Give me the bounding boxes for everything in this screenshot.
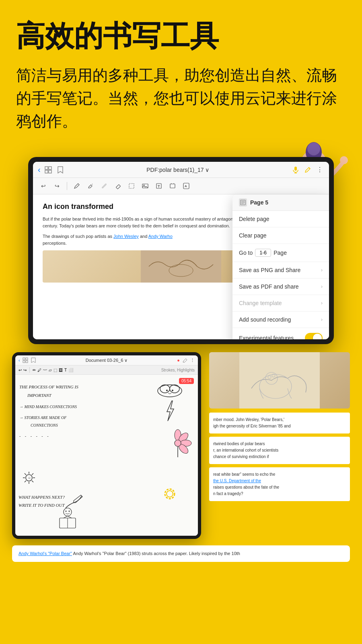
change-template-item[interactable]: Change template ›: [232, 295, 329, 312]
tablet-area: ‹ PDF:polar bears(1)_17 ∨ ⋮ ↩: [0, 157, 362, 344]
small-grid-icon[interactable]: [23, 357, 28, 363]
svg-text:A: A: [185, 184, 187, 188]
svg-rect-39: [23, 361, 25, 363]
bottom-text: Andy Warhol's "Polar Bear" Andy Warhol's…: [19, 550, 343, 557]
save-pdf-item[interactable]: Save as PDF and share ›: [232, 279, 329, 295]
john-wesley-link[interactable]: John Wesley: [113, 234, 139, 239]
lightning-sketch: [164, 399, 176, 425]
right-doc-area: mber mood. John Wesley, 'Polar Bears,' i…: [209, 352, 350, 539]
small-select-tool[interactable]: ⬚: [53, 368, 57, 372]
content-area: An icon transformed But if the polar bea…: [33, 194, 329, 339]
andy-warhol-link[interactable]: Andy Warhol's "Polar Bear": [19, 551, 72, 556]
small-tools-bar: ↩ ↪ ✏ 🖊 〰 ▱ ⬚ 🖼 T ⬜ Strokes, Highlights: [15, 365, 198, 375]
svg-rect-40: [26, 361, 28, 363]
select-tool[interactable]: [126, 180, 137, 192]
add-sound-label: Add sound recording: [239, 316, 291, 323]
right-doc-body3d: n fact a tragedy?: [213, 491, 243, 496]
lower-section: ‹ Document 03-26_6 ∨ ● ⋮ ↩ ↪ ✏: [0, 352, 362, 539]
svg-point-54: [166, 390, 168, 391]
pencil-tool[interactable]: [85, 180, 96, 192]
small-text-tool[interactable]: T: [64, 368, 67, 372]
more-icon[interactable]: ⋮: [315, 165, 324, 174]
grid-icon[interactable]: [44, 165, 53, 174]
svg-point-64: [64, 508, 72, 516]
small-tablet: ‹ Document 03-26_6 ∨ ● ⋮ ↩ ↪ ✏: [12, 352, 201, 539]
svg-text:☺: ☺: [28, 476, 31, 480]
mic-icon[interactable]: [291, 165, 300, 174]
toggle-thumb: [313, 334, 322, 339]
hw-line-3: → MIND MAKES CONNECTIONS: [19, 403, 78, 411]
svg-rect-15: [45, 167, 48, 169]
image-tool[interactable]: [140, 180, 151, 192]
svg-rect-22: [116, 185, 120, 189]
hw-line-2: IMPORTANT: [27, 391, 78, 400]
svg-rect-16: [49, 167, 51, 169]
bookmark-icon[interactable]: [56, 165, 65, 174]
pen-edit-icon[interactable]: [303, 165, 312, 174]
small-undo[interactable]: ↩: [19, 368, 22, 372]
right-doc-text3: reat white bear" seems to echo the the U…: [209, 467, 350, 501]
clear-page-item[interactable]: Clear page: [232, 227, 329, 244]
marker-tool[interactable]: [99, 180, 110, 192]
small-bookmark-icon[interactable]: [31, 357, 36, 363]
main-tablet: ‹ PDF:polar bears(1)_17 ∨ ⋮ ↩: [28, 157, 334, 344]
context-menu: Page 5 Delete page Clear page Go to: [232, 194, 329, 339]
svg-point-53: [170, 385, 179, 393]
experimental-toggle[interactable]: [305, 333, 323, 339]
save-png-item[interactable]: Save as PNG and Share ›: [232, 262, 329, 279]
add-sound-item[interactable]: Add sound recording ›: [232, 312, 329, 328]
tablet-toolbar: ‹ PDF:polar bears(1)_17 ∨ ⋮: [33, 162, 329, 178]
svg-line-46: [25, 473, 26, 475]
svg-rect-17: [45, 170, 48, 173]
goto-row: Go to Page: [239, 249, 287, 257]
subtitle: 简洁与易用的多种工具，助您创造出自然、流畅的手写笔记。当然，您也可以使用云记来进…: [16, 64, 346, 133]
main-title: 高效的书写工具: [16, 20, 346, 52]
small-record-dot: ●: [177, 358, 180, 363]
save-png-chevron: ›: [321, 267, 323, 273]
andy-warhol-link[interactable]: Andy Warho: [148, 234, 173, 239]
eraser-tool[interactable]: [112, 180, 123, 192]
svg-line-49: [32, 473, 33, 475]
menu-header: Page 5: [232, 194, 329, 211]
tablet-inner: ‹ PDF:polar bears(1)_17 ∨ ⋮ ↩: [33, 162, 329, 339]
text-tool[interactable]: T: [153, 180, 165, 192]
text-recognize-tool[interactable]: A: [181, 180, 192, 192]
doc-title-bar[interactable]: PDF:polar bears(1)_17 ∨: [68, 167, 288, 173]
small-tablet-inner: ‹ Document 03-26_6 ∨ ● ⋮ ↩ ↪ ✏: [15, 355, 198, 536]
undo-button[interactable]: ↩: [38, 180, 49, 192]
right-doc-body2b: r, an international cohort of scientists: [213, 448, 278, 452]
hw-line-1: THE PROCESS OF WRITING IS: [19, 383, 78, 391]
svg-point-60: [175, 440, 181, 446]
goto-input[interactable]: [255, 249, 271, 257]
pen-tool[interactable]: [71, 180, 82, 192]
experimental-label: Experimental features: [239, 335, 294, 339]
small-doc-title[interactable]: Document 03-26_6 ∨: [39, 358, 175, 363]
svg-point-66: [69, 511, 70, 512]
small-redo[interactable]: ↪: [23, 368, 27, 372]
small-marker-tool[interactable]: 〰: [43, 368, 47, 372]
small-eraser-tool[interactable]: ▱: [49, 368, 52, 372]
small-pen-icon[interactable]: [182, 357, 188, 363]
redo-button[interactable]: ↪: [51, 180, 63, 192]
small-image-tool[interactable]: 🖼: [59, 368, 63, 372]
small-pen-tool[interactable]: ✏: [33, 368, 36, 372]
small-capture-tool[interactable]: ⬜: [68, 368, 73, 372]
small-pencil-tool[interactable]: 🖊: [37, 368, 41, 372]
delete-page-label: Delete page: [239, 216, 269, 222]
small-more-icon[interactable]: ⋮: [190, 358, 195, 363]
change-template-chevron: ›: [321, 300, 323, 306]
svg-rect-23: [129, 184, 134, 188]
flower-sketch: [164, 427, 192, 461]
back-button[interactable]: ‹: [38, 165, 41, 174]
bear-sketch-image: [209, 352, 350, 409]
right-doc-body1b: igh the generosity of Eric Silverman '85…: [213, 424, 291, 428]
add-sound-chevron: ›: [321, 317, 323, 322]
small-back-button[interactable]: ‹: [19, 358, 20, 363]
person-reading-sketch: [56, 506, 80, 532]
svg-text:T: T: [158, 184, 160, 188]
svg-rect-18: [49, 170, 51, 173]
delete-page-item[interactable]: Delete page: [232, 211, 329, 227]
experimental-item[interactable]: Experimental features: [232, 328, 329, 339]
screenshot-tool[interactable]: [167, 180, 178, 192]
menu-page-label: Page 5: [250, 199, 268, 206]
